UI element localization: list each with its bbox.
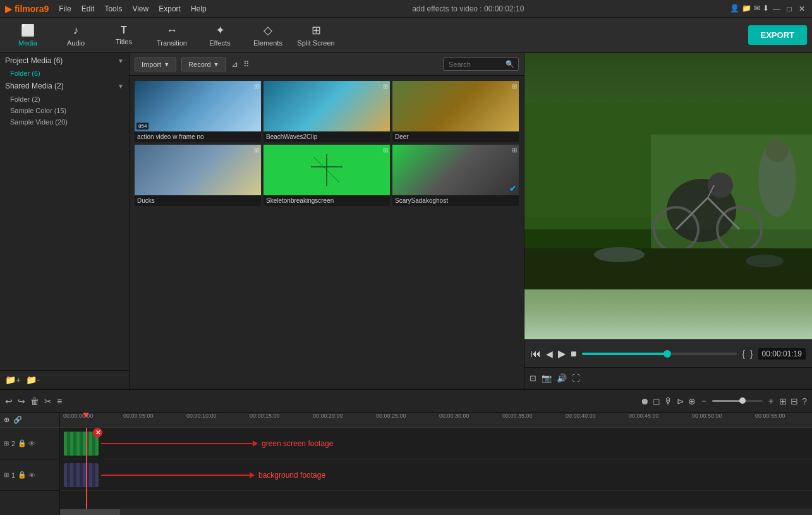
tool-transition[interactable]: ↔ Transition [149, 20, 195, 51]
fullscreen-icon[interactable]: ⛶ [572, 373, 580, 383]
record-btn-tl[interactable]: ⏺ [640, 396, 649, 406]
tool-elements[interactable]: ◇ Elements [245, 20, 291, 51]
stop-button[interactable]: ■ [571, 348, 577, 360]
snapshot-btn-tl[interactable]: ◻ [653, 396, 660, 406]
mic-btn-tl[interactable]: 🎙 [664, 396, 673, 406]
ruler-mark-9: 00:00:45:00 [629, 413, 659, 419]
media-item-ghost[interactable]: ⊞ ✔ ScarySadakoghost [392, 145, 519, 206]
import-button[interactable]: Import ▼ [135, 58, 176, 71]
lock-icon-1[interactable]: 🔒 [18, 471, 27, 479]
layout-btn[interactable]: ⊟ [791, 396, 798, 406]
menu-tools[interactable]: Tools [104, 4, 122, 13]
restore-btn[interactable]: □ [784, 4, 794, 14]
ruler-marks-container: 00:00:00:00 00:00:05:00 00:00:10:00 00:0… [60, 413, 812, 427]
menu-view[interactable]: View [132, 4, 148, 13]
skeleton-svg [308, 151, 346, 189]
screen-fit-icon[interactable]: ⊡ [530, 373, 536, 383]
sample-video-item[interactable]: Sample Video (20) [0, 116, 129, 128]
tool-titles[interactable]: T Titles [101, 20, 147, 51]
preview-bottom: ⊡ 📷 🔊 ⛶ [524, 367, 812, 389]
shared-media-label: Shared Media (2) [5, 82, 64, 90]
search-box[interactable]: 🔍 [443, 58, 519, 71]
lock-icon-2[interactable]: 🔒 [18, 439, 27, 447]
prev-frame-button[interactable]: ◀ [546, 349, 553, 359]
window-controls: 👤 📁 ✉ ⬇ — □ ✕ [730, 4, 807, 14]
tool-audio[interactable]: ♪ Audio [53, 20, 99, 51]
clip-bg-fill [64, 463, 99, 487]
redo-button[interactable]: ↪ [18, 396, 25, 406]
clip-green-screen[interactable]: ✕ [64, 432, 99, 456]
menu-help[interactable]: Help [191, 4, 207, 13]
add-folder-btn[interactable]: 📁+ [5, 375, 21, 385]
tool-splitscreen[interactable]: ⊞ Split Screen [293, 20, 339, 51]
bracket-right-icon[interactable]: } [750, 349, 753, 359]
cut-button[interactable]: ✂ [44, 396, 52, 406]
transition-btn-tl[interactable]: ⊳ [677, 396, 684, 406]
media-item-deer[interactable]: ⊞ Deer [392, 81, 519, 142]
project-media-item[interactable]: Project Media (6) ▼ [0, 53, 129, 68]
preview-controls: ⏮ ◀ ▶ ■ { } 00:00:01:19 [524, 339, 812, 367]
project-folder-item[interactable]: Folder (6) [0, 68, 129, 78]
download-icon[interactable]: ⬇ [763, 4, 769, 14]
media-item-ducks[interactable]: ⊞ Ducks [135, 145, 261, 206]
media-toolbar: Import ▼ Record ▼ ⊿ ⠿ 🔍 [130, 53, 524, 76]
shared-folder-item[interactable]: Folder (2) [0, 94, 129, 105]
media-item-action[interactable]: ⊞ 854 action video w frame no [135, 81, 261, 142]
split-btn-tl[interactable]: ⊕ [688, 396, 696, 406]
zoom-bar[interactable] [712, 400, 763, 402]
zoom-thumb [739, 397, 746, 404]
media-item-skeleton[interactable]: ⊞ Skeletonbreakingscreen [264, 145, 390, 206]
media-item-beach[interactable]: ⊞ BeachWaves2Clip [264, 81, 390, 142]
zoom-in-btn[interactable]: ＋ [767, 396, 775, 407]
grid-view-icon[interactable]: ⠿ [243, 59, 250, 69]
timeline-scrollbar[interactable] [60, 509, 812, 515]
screenshot-icon[interactable]: 📷 [542, 373, 552, 383]
menu-edit[interactable]: Edit [82, 4, 95, 13]
svg-point-17 [594, 247, 645, 262]
export-button[interactable]: EXPORT [748, 25, 807, 45]
zoom-out-btn[interactable]: － [700, 396, 708, 407]
tool-media[interactable]: ⬜ Media [5, 20, 51, 51]
mail-icon[interactable]: ✉ [754, 4, 760, 14]
ann-line-green [101, 443, 253, 444]
eye-icon-2[interactable]: 👁 [28, 440, 35, 447]
tool-effects-label: Effects [209, 39, 230, 47]
eye-icon-1[interactable]: 👁 [28, 471, 35, 479]
settings-button[interactable]: ≡ [57, 396, 62, 406]
bracket-left-icon[interactable]: { [742, 349, 745, 359]
menu-export[interactable]: Export [159, 4, 181, 13]
undo-button[interactable]: ↩ [5, 396, 13, 406]
minimize-btn[interactable]: — [772, 4, 782, 14]
svg-point-15 [766, 139, 789, 162]
project-media-label: Project Media (6) [5, 56, 63, 65]
volume-icon[interactable]: 🔊 [557, 373, 567, 383]
progress-bar[interactable] [582, 353, 737, 355]
clip-background[interactable] [64, 463, 99, 487]
delete-button[interactable]: 🗑 [30, 396, 39, 406]
magnet-icon[interactable]: ⊕ [4, 416, 9, 424]
search-icon[interactable]: 🔍 [506, 60, 514, 68]
add-track-btn[interactable]: ⊞ [779, 396, 787, 406]
sample-color-item[interactable]: Sample Color (15) [0, 105, 129, 116]
zoom-control[interactable] [712, 400, 763, 402]
record-button[interactable]: Record ▼ [181, 58, 226, 71]
help-btn-tl[interactable]: ? [802, 396, 807, 406]
shared-media-item[interactable]: Shared Media (2) ▼ [0, 78, 129, 94]
scrollbar-thumb[interactable] [60, 509, 120, 515]
folder-icon[interactable]: 📁 [742, 4, 751, 14]
menu-file[interactable]: File [59, 4, 71, 13]
ruler-mark-2: 00:00:10:00 [186, 413, 217, 419]
tool-effects[interactable]: ✦ Effects [197, 20, 243, 51]
grid-icon-ghost: ⊞ [512, 147, 517, 154]
link-icon[interactable]: 🔗 [13, 416, 22, 424]
rewind-button[interactable]: ⏮ [531, 348, 541, 360]
search-input[interactable] [449, 61, 506, 68]
grid-icon-deer: ⊞ [512, 83, 517, 90]
track-row-1: background footage [60, 459, 812, 491]
clip-delete-btn[interactable]: ✕ [93, 428, 102, 437]
close-btn[interactable]: ✕ [797, 4, 807, 14]
user-icon[interactable]: 👤 [730, 4, 739, 14]
play-button[interactable]: ▶ [558, 348, 566, 360]
filter-icon[interactable]: ⊿ [231, 59, 238, 69]
remove-folder-btn[interactable]: 📁- [26, 375, 40, 385]
